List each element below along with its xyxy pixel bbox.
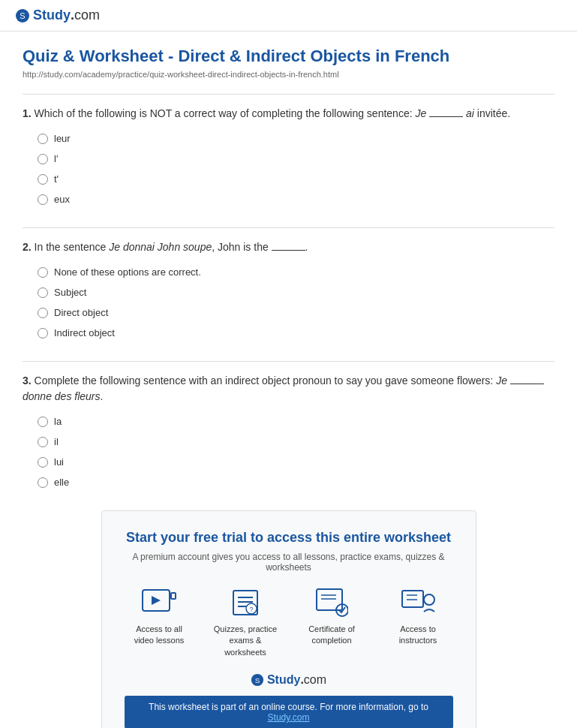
q2-divider xyxy=(23,361,554,362)
question-1-options: leur l' t' eux xyxy=(23,133,554,205)
radio-button[interactable] xyxy=(38,457,48,468)
option-label: eux xyxy=(54,194,70,205)
question-2: 2. In the sentence Je donnai John soupe,… xyxy=(23,239,554,338)
cta-subtitle: A premium account gives you access to al… xyxy=(125,552,453,573)
list-item: Subject xyxy=(38,287,554,298)
question-3-text: 3. Complete the following sentence with … xyxy=(23,373,554,405)
option-label: Direct object xyxy=(54,307,108,318)
cta-feature-instructor: Access to instructors xyxy=(384,588,452,658)
cta-feature-label: Quizzes, practice exams & worksheets xyxy=(212,624,279,658)
logo-icon: S xyxy=(15,8,30,23)
video-icon xyxy=(140,588,178,618)
cta-feature-label: Access to instructors xyxy=(384,624,452,647)
site-header: S Study.com xyxy=(0,0,577,32)
svg-point-17 xyxy=(424,594,434,605)
radio-button[interactable] xyxy=(38,194,48,205)
svg-rect-12 xyxy=(317,589,342,610)
svg-rect-16 xyxy=(402,591,423,607)
question-2-options: None of these options are correct. Subje… xyxy=(23,266,554,338)
option-label: elle xyxy=(54,477,69,488)
cta-feature-label: Certificate of completion xyxy=(298,624,365,647)
option-label: Indirect object xyxy=(54,327,115,338)
option-label: Subject xyxy=(54,287,86,298)
option-label: il xyxy=(54,436,59,447)
list-item: t' xyxy=(38,173,554,185)
page-content: Quiz & Worksheet - Direct & Indirect Obj… xyxy=(0,32,577,728)
logo-text: Study xyxy=(33,8,71,23)
question-3: 3. Complete the following sentence with … xyxy=(23,373,554,488)
cta-feature-label: Access to all video lessons xyxy=(125,624,193,647)
radio-button[interactable] xyxy=(38,154,48,164)
svg-text:?: ? xyxy=(249,606,253,613)
list-item: il xyxy=(38,436,554,447)
question-2-text: 2. In the sentence Je donnai John soupe,… xyxy=(23,239,554,255)
header-divider xyxy=(23,94,554,95)
logo-com: com xyxy=(74,8,100,23)
svg-text:S: S xyxy=(20,11,25,20)
question-3-options: la il lui elle xyxy=(23,416,554,488)
cta-title: Start your free trial to access this ent… xyxy=(125,530,453,546)
radio-button[interactable] xyxy=(38,174,48,185)
certificate-icon xyxy=(313,588,350,618)
cta-box: Start your free trial to access this ent… xyxy=(101,510,476,728)
option-label: la xyxy=(54,416,62,427)
cta-feature-certificate: Certificate of completion xyxy=(298,588,365,658)
quiz-icon: ? xyxy=(227,588,264,618)
radio-button[interactable] xyxy=(38,417,48,427)
list-item: Direct object xyxy=(38,307,554,318)
list-item: leur xyxy=(38,133,554,144)
cta-footer-link[interactable]: Study.com xyxy=(268,712,310,723)
question-1-text: 1. Which of the following is NOT a corre… xyxy=(23,106,554,122)
list-item: l' xyxy=(38,153,554,164)
list-item: Indirect object xyxy=(38,327,554,338)
svg-rect-4 xyxy=(171,593,176,599)
radio-button[interactable] xyxy=(38,267,48,278)
cta-study-logo: S Study.com xyxy=(125,673,453,687)
cta-logo-text: Study xyxy=(267,673,300,687)
list-item: elle xyxy=(38,477,554,488)
radio-button[interactable] xyxy=(38,328,48,338)
list-item: None of these options are correct. xyxy=(38,266,554,278)
svg-marker-3 xyxy=(152,596,161,605)
page-url: http://study.com/academy/practice/quiz-w… xyxy=(23,70,554,79)
q1-divider xyxy=(23,227,554,228)
cta-features: Access to all video lessons ? Quizzes, p… xyxy=(125,588,453,658)
option-label: None of these options are correct. xyxy=(54,266,201,278)
instructor-icon xyxy=(399,588,437,618)
option-label: t' xyxy=(54,173,59,185)
cta-logo-com: com xyxy=(304,673,326,687)
radio-button[interactable] xyxy=(38,308,48,318)
radio-button[interactable] xyxy=(38,134,48,144)
radio-button[interactable] xyxy=(38,287,48,298)
question-1: 1. Which of the following is NOT a corre… xyxy=(23,106,554,205)
cta-footer-bar: This worksheet is part of an online cour… xyxy=(125,696,453,728)
cta-feature-quiz: ? Quizzes, practice exams & worksheets xyxy=(212,588,279,658)
list-item: la xyxy=(38,416,554,427)
option-label: l' xyxy=(54,153,58,164)
option-label: lui xyxy=(54,456,64,468)
cta-feature-video: Access to all video lessons xyxy=(125,588,193,658)
list-item: eux xyxy=(38,194,554,205)
list-item: lui xyxy=(38,456,554,468)
option-label: leur xyxy=(54,133,71,144)
radio-button[interactable] xyxy=(38,477,48,488)
svg-text:S: S xyxy=(255,676,260,684)
cta-footer-text: This worksheet is part of an online cour… xyxy=(149,702,428,712)
radio-button[interactable] xyxy=(38,437,48,447)
page-title: Quiz & Worksheet - Direct & Indirect Obj… xyxy=(23,47,554,66)
